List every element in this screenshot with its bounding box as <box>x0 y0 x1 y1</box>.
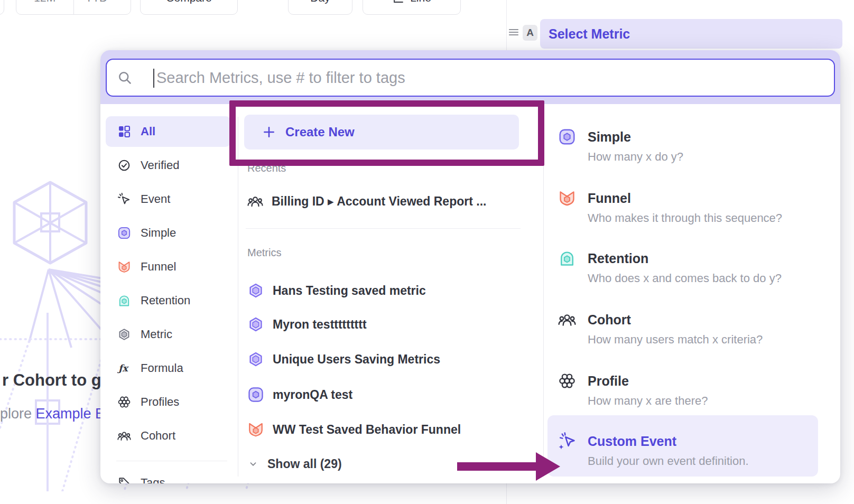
sidebar-item-simple[interactable]: Simple <box>106 218 233 248</box>
line-label: Line <box>410 0 431 4</box>
metric-type-profile[interactable]: Profile How many x are there? <box>558 373 833 408</box>
column-divider-1 <box>238 117 238 477</box>
chevron-down-icon <box>110 0 119 2</box>
metric-list-item[interactable]: Unique Users Saving Metrics <box>247 348 522 371</box>
metric-hexagon-icon <box>247 351 264 368</box>
funnel-metric-icon <box>247 421 264 438</box>
day-label: Day <box>310 0 330 4</box>
funnel-icon <box>117 260 131 274</box>
metric-item-label: WW Test Saved Behavior Funnel <box>273 423 461 437</box>
metric-list-item[interactable]: myronQA test <box>247 383 522 406</box>
sidebar-item-metric[interactable]: Metric <box>106 320 233 349</box>
recent-item-label: Billing ID ▸ Account Viewed Report ... <box>272 194 486 209</box>
sidebar-item-label: Metric <box>141 328 172 341</box>
metric-type-title: Simple <box>588 129 833 145</box>
funnel-icon <box>558 189 576 207</box>
modal-header <box>100 50 840 104</box>
sidebar-item-label: Simple <box>141 226 176 240</box>
metric-type-funnel[interactable]: Funnel Who makes it through this sequenc… <box>558 190 833 225</box>
metric-list-item[interactable]: WW Test Saved Behavior Funnel <box>247 418 522 441</box>
sidebar-item-cohort[interactable]: Cohort <box>106 421 233 451</box>
metric-item-label: Myron testtttttttt <box>273 318 367 332</box>
sidebar-item-label: Retention <box>141 294 190 307</box>
select-metric-label: Select Metric <box>549 26 630 42</box>
range-ytd-label: YTD <box>85 0 107 4</box>
metric-type-title: Retention <box>588 250 833 266</box>
metric-type-simple[interactable]: Simple How many x do y? <box>558 129 833 164</box>
toolbar-partial-button[interactable] <box>0 0 4 15</box>
metric-type-retention[interactable]: Retention Who does x and comes back to d… <box>558 250 833 285</box>
sidebar-item-retention[interactable]: Retention <box>106 286 233 315</box>
sidebar-item-tags[interactable]: Tags <box>106 468 233 483</box>
metric-type-subtitle: How many x are there? <box>588 394 833 408</box>
metric-icon <box>117 328 131 341</box>
sidebar-item-label: Funnel <box>141 260 176 274</box>
sidebar-item-label: Tags <box>141 476 165 483</box>
metric-list-item[interactable]: Hans Testing saved metric <box>247 279 522 302</box>
sidebar-item-profiles[interactable]: Profiles <box>106 387 233 417</box>
metric-list-item[interactable]: Myron testtttttttt <box>247 313 522 336</box>
metric-type-subtitle: Who does x and comes back to do y? <box>588 272 833 285</box>
sidebar-item-label: Verified <box>141 158 179 172</box>
retention-icon <box>558 249 576 267</box>
sidebar-divider <box>116 461 227 461</box>
metric-hexagon-icon <box>247 316 264 333</box>
range-12m-button[interactable]: 12M <box>16 0 73 14</box>
annotation-arrow <box>454 448 565 485</box>
profiles-icon <box>558 372 576 390</box>
metric-type-subtitle: Build your own event definition. <box>588 454 833 468</box>
chevron-down-icon <box>247 458 259 470</box>
cohort-icon <box>558 311 576 329</box>
compare-label: Compare <box>166 0 211 4</box>
query-row-badge: A <box>523 25 537 41</box>
search-box[interactable] <box>106 59 835 97</box>
sidebar-item-formula[interactable]: Formula <box>106 353 233 383</box>
sidebar-item-label: Cohort <box>141 429 175 443</box>
search-metrics-input[interactable] <box>156 60 828 96</box>
cohort-icon <box>117 429 131 443</box>
select-metric-button[interactable]: Select Metric <box>540 19 842 49</box>
line-chart-icon <box>392 0 405 4</box>
metric-item-label: myronQA test <box>273 388 352 402</box>
simple-metric-icon <box>247 386 264 403</box>
sidebar-item-all[interactable]: All <box>106 116 231 147</box>
tag-icon <box>117 476 131 483</box>
example-link[interactable]: Example B <box>36 406 105 422</box>
subtext-prefix: plore <box>0 406 36 422</box>
metrics-section-label: Metrics <box>247 247 281 259</box>
day-granularity-button[interactable]: Day <box>288 0 352 15</box>
cohort-icon <box>247 193 263 209</box>
recent-item-row[interactable]: Billing ID ▸ Account Viewed Report ... <box>247 190 522 213</box>
compare-button[interactable]: Compare <box>140 0 238 15</box>
sidebar-item-verified[interactable]: Verified <box>106 151 233 180</box>
sidebar-item-label: All <box>141 125 155 138</box>
show-all-label: Show all (29) <box>267 457 342 471</box>
metric-item-label: Hans Testing saved metric <box>273 284 426 298</box>
range-ytd-button[interactable]: YTD <box>73 0 131 14</box>
section-divider <box>246 228 521 229</box>
sidebar-item-label: Event <box>141 192 170 206</box>
chart-type-line-button[interactable]: Line <box>363 0 461 15</box>
app-canvas: 12M YTD Compare Day Line A Select Metric <box>0 0 854 504</box>
metric-hexagon-icon <box>247 282 264 299</box>
sidebar-item-funnel[interactable]: Funnel <box>106 252 233 282</box>
column-divider-2 <box>543 117 544 477</box>
sidebar-item-label: Profiles <box>141 395 179 409</box>
metric-type-title: Cohort <box>588 312 833 328</box>
verified-icon <box>117 158 131 172</box>
range-12m-label: 12M <box>34 0 55 4</box>
metric-type-title: Funnel <box>588 190 833 206</box>
query-row-label: A <box>526 27 534 39</box>
metric-type-cohort[interactable]: Cohort How many users match x criteria? <box>558 312 833 347</box>
empty-state-subtext: plore Example B <box>0 406 105 422</box>
metric-type-subtitle: Who makes it through this sequence? <box>588 211 833 225</box>
sidebar-item-label: Formula <box>141 361 183 375</box>
metric-type-custom-event[interactable]: Custom Event Build your own event defini… <box>558 433 833 468</box>
sidebar-item-event[interactable]: Event <box>106 184 233 214</box>
simple-icon <box>117 226 131 240</box>
retention-icon <box>117 294 131 307</box>
text-cursor <box>153 69 154 88</box>
annotation-box <box>229 100 544 166</box>
drag-handle-icon[interactable] <box>508 26 519 38</box>
custom-event-icon <box>558 432 576 450</box>
